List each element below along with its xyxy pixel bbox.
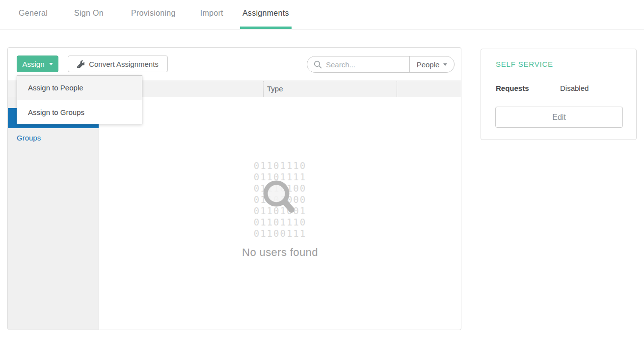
assign-dropdown-menu: Assign to People Assign to Groups [17, 75, 142, 124]
menu-item-assign-to-groups[interactable]: Assign to Groups [17, 100, 142, 124]
empty-state-message: No users found [99, 246, 461, 259]
tab-bar: General Sign On Provisioning Import Assi… [0, 0, 644, 29]
filter-sidebar: Groups [8, 97, 99, 330]
menu-item-assign-to-people[interactable]: Assign to People [17, 76, 142, 100]
assign-button[interactable]: Assign [17, 56, 58, 72]
binary-line: 01100111 [99, 228, 461, 239]
search-input[interactable] [326, 60, 409, 69]
edit-button[interactable]: Edit [495, 107, 623, 128]
requests-status-value: Disabled [560, 84, 589, 92]
column-divider [397, 81, 397, 97]
search-scope-dropdown[interactable]: People [409, 56, 454, 72]
binary-line: 01101110 [99, 160, 461, 171]
sidebar-item-groups[interactable]: Groups [8, 128, 99, 148]
caret-down-icon [49, 63, 53, 65]
tab-provisioning[interactable]: Provisioning [129, 0, 178, 29]
column-divider [263, 81, 264, 97]
tab-import[interactable]: Import [198, 0, 226, 29]
convert-assignments-label: Convert Assignments [89, 60, 159, 68]
tab-sign-on[interactable]: Sign On [72, 0, 106, 29]
search-group: People [307, 56, 455, 73]
empty-state: 01101110 01101111 01110100 01101000 0110… [99, 160, 461, 259]
search-icon [314, 60, 322, 69]
self-service-panel: SELF SERVICE Requests Disabled Edit [481, 49, 637, 140]
requests-label: Requests [496, 84, 529, 92]
assign-button-label: Assign [22, 60, 44, 68]
tab-general[interactable]: General [16, 0, 50, 29]
assignments-panel: Assign Convert Assignments [7, 47, 461, 330]
search-scope-label: People [417, 60, 440, 69]
convert-assignments-button[interactable]: Convert Assignments [68, 56, 168, 72]
tab-assignments[interactable]: Assignments [240, 0, 292, 29]
wrench-icon [77, 60, 84, 68]
caret-down-icon [443, 63, 447, 66]
requests-row: Requests Disabled [496, 84, 529, 92]
app-assignments-page: General Sign On Provisioning Import Assi… [0, 0, 644, 337]
self-service-title: SELF SERVICE [496, 60, 553, 68]
search-section [307, 56, 409, 72]
column-header-type: Type [267, 81, 283, 97]
magnifier-icon [254, 175, 298, 224]
